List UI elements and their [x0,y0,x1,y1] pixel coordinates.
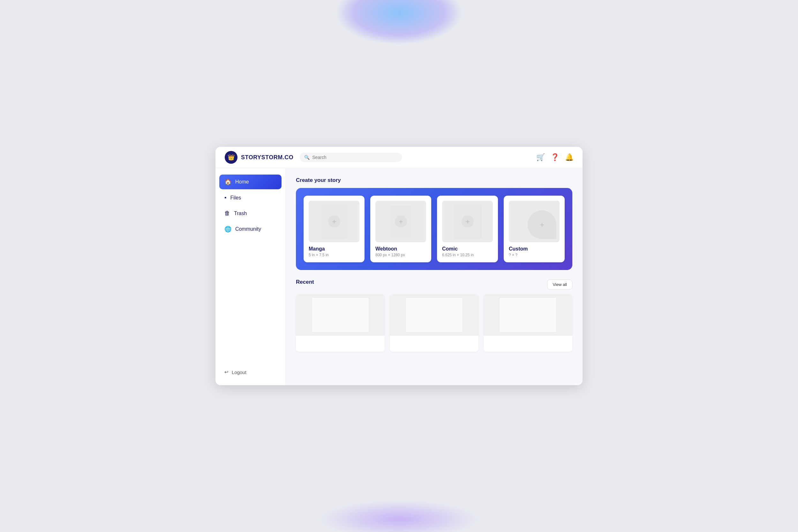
recent-item-1-info [296,336,385,352]
recent-item-2[interactable] [390,294,478,352]
recent-grid [296,294,572,352]
logout-button[interactable]: ↩ Logout [219,365,282,379]
content-area: Create your story ＋ Manga 5 in × 7.5 in [286,168,583,385]
sidebar-item-trash[interactable]: 🗑 Trash [219,206,282,221]
custom-card[interactable]: ＋ Custom ? × ? [504,196,565,262]
header: 👑 STORYSTORM.CO 🔍 🛒 ❓ 🔔 [215,147,583,168]
recent-item-3-thumb [483,294,572,336]
search-icon: 🔍 [304,155,310,160]
recent-item-2-inner [405,298,463,333]
sidebar-item-files[interactable]: ▪ Files [219,191,282,205]
recent-item-1[interactable] [296,294,385,352]
recent-item-1-inner [311,298,369,333]
sidebar-label-files: Files [230,195,241,201]
custom-shape: ＋ [528,210,556,239]
search-input[interactable] [312,155,397,160]
comic-card-size: 6.625 in × 10.25 in [442,253,474,257]
custom-plus-icon: ＋ [536,218,548,231]
search-bar[interactable]: 🔍 [300,153,402,162]
comic-card[interactable]: ＋ Comic 6.625 in × 10.25 in [437,196,498,262]
help-icon[interactable]: ❓ [551,153,559,162]
svg-text:👑: 👑 [228,154,235,161]
logo-area: 👑 STORYSTORM.CO [224,151,293,164]
manga-thumb-area: ＋ [309,201,359,242]
sidebar-label-community: Community [235,226,261,232]
webtoon-card-size: 800 px × 1280 px [375,253,405,257]
app-window: 👑 STORYSTORM.CO 🔍 🛒 ❓ 🔔 🏠 Home ▪ Files [215,147,583,385]
recent-item-1-thumb [296,294,385,336]
trash-icon: 🗑 [224,210,230,217]
sidebar: 🏠 Home ▪ Files 🗑 Trash 🌐 Community ↩ Log… [215,168,286,385]
manga-card-size: 5 in × 7.5 in [309,253,328,257]
recent-section-title: Recent [296,279,314,285]
create-section-title: Create your story [296,177,572,184]
comic-card-name: Comic [442,246,458,252]
webtoon-card-name: Webtoon [375,246,397,252]
comic-plus-icon: ＋ [461,215,474,228]
recent-item-3-info [483,336,572,352]
bell-icon[interactable]: 🔔 [565,153,574,162]
logo-icon: 👑 [224,151,238,164]
manga-plus-icon: ＋ [328,215,340,228]
community-icon: 🌐 [224,226,231,233]
sidebar-label-trash: Trash [234,211,247,216]
recent-item-3[interactable] [483,294,572,352]
sidebar-item-home[interactable]: 🏠 Home [219,175,282,189]
files-icon: ▪ [224,194,226,201]
home-icon: 🏠 [224,178,231,185]
manga-card[interactable]: ＋ Manga 5 in × 7.5 in [304,196,364,262]
sidebar-item-community[interactable]: 🌐 Community [219,222,282,236]
custom-card-size: ? × ? [509,253,517,257]
recent-item-3-inner [499,298,557,333]
recent-item-2-thumb [390,294,478,336]
webtoon-plus-icon: ＋ [395,215,407,228]
logout-label: Logout [232,369,246,375]
webtoon-thumb-inner: ＋ [391,206,411,238]
create-panel: ＋ Manga 5 in × 7.5 in ＋ Webtoon 800 px ×… [296,188,572,270]
recent-header: Recent View all [296,279,572,290]
main-layout: 🏠 Home ▪ Files 🗑 Trash 🌐 Community ↩ Log… [215,168,583,385]
sidebar-spacer [219,238,282,364]
custom-card-name: Custom [509,246,528,252]
comic-thumb-area: ＋ [442,201,493,242]
comic-thumb-inner: ＋ [453,204,482,239]
webtoon-card[interactable]: ＋ Webtoon 800 px × 1280 px [370,196,431,262]
webtoon-thumb-area: ＋ [375,201,426,242]
recent-item-2-info [390,336,478,352]
header-actions: 🛒 ❓ 🔔 [536,153,574,162]
custom-thumb-area: ＋ [509,201,559,242]
logout-icon: ↩ [224,369,229,375]
sidebar-label-home: Home [235,179,249,185]
manga-thumb-inner: ＋ [321,204,347,239]
manga-card-name: Manga [309,246,325,252]
cart-icon[interactable]: 🛒 [536,153,545,162]
logo-text: STORYSTORM.CO [241,154,293,161]
view-all-button[interactable]: View all [547,280,572,289]
